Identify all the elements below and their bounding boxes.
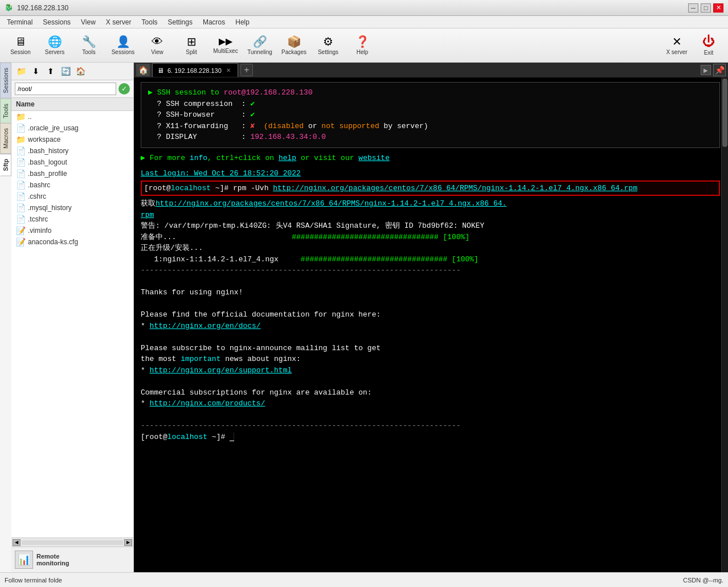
tab-scroll-right[interactable]: ▶ [701, 65, 711, 75]
title-bar: 🐉 192.168.228.130 ─ □ ✕ [0, 0, 728, 16]
status-right-text: CSDN @--mg. [683, 577, 723, 584]
tab-icon: 🖥 [157, 67, 164, 75]
file-item-cshrc[interactable]: 📄 .cshrc [11, 191, 133, 202]
follow-terminal-text: Follow terminal folde [5, 577, 62, 584]
path-input[interactable] [15, 83, 116, 95]
sidebar-tab-tools[interactable]: Tools [0, 98, 11, 124]
file-item-parent[interactable]: 📁 .. [11, 111, 133, 122]
close-button[interactable]: ✕ [713, 3, 723, 13]
toolbar-multiexec[interactable]: ▶▶ MultiExec [210, 31, 242, 60]
new-tab-btn[interactable]: + [240, 64, 253, 76]
menu-tools[interactable]: Tools [137, 17, 162, 27]
menu-help[interactable]: Help [231, 17, 254, 27]
sidebar-upload2-btn[interactable]: ⬆ [44, 65, 57, 77]
toolbar-settings[interactable]: ⚙ Settings [312, 31, 344, 60]
folder-icon: 📁 [16, 135, 26, 144]
command-highlight-box: [root@localhost ~]# rpm -Uvh http://ngin… [141, 180, 720, 196]
path-input-row: ✓ [11, 80, 133, 98]
scroll-right-btn[interactable]: ▶ [124, 539, 132, 546]
file-item-mysql-history[interactable]: 📄 .mysql_history [11, 202, 133, 214]
sidebar-refresh-btn[interactable]: 🔄 [59, 65, 72, 77]
toolbar-sessions[interactable]: 👤 Sessions [107, 31, 139, 60]
file-icon: 📄 [16, 203, 26, 212]
tab-bar: 🏠 🖥 6. 192.168.228.130 ✕ + ▶ 📌 [134, 63, 728, 77]
monitor-icon: 📊 [15, 551, 33, 569]
monitor-label: Remote [36, 553, 69, 560]
menu-view[interactable]: View [76, 17, 100, 27]
tab-scroll-controls: ▶ [701, 65, 711, 75]
path-confirm-button[interactable]: ✓ [118, 83, 130, 95]
terminal-scrollbar[interactable] [721, 77, 728, 572]
file-item-oracle[interactable]: 📄 .oracle_jre_usag [11, 122, 133, 134]
sidebar-main: 📁 ⬇ ⬆ 🔄 🏠 ✓ Name 📁 .. [11, 63, 133, 572]
scrollbar-thumb[interactable] [722, 79, 727, 147]
toolbar-view[interactable]: 👁 View [141, 31, 173, 60]
terminal-area: 🏠 🖥 6. 192.168.228.130 ✕ + ▶ 📌 ▶ SSH ses… [134, 63, 728, 572]
file-icon: 📄 [16, 158, 26, 167]
toolbar-tunneling[interactable]: 🔗 Tunneling [244, 31, 276, 60]
menu-settings[interactable]: Settings [163, 17, 197, 27]
toolbar-tools[interactable]: 🔧 Tools [73, 31, 105, 60]
file-item-viminfo[interactable]: 📝 .viminfo [11, 225, 133, 236]
sidebar-file-toolbar: 📁 ⬇ ⬆ 🔄 🏠 [11, 63, 133, 80]
toolbar-xserver[interactable]: ✕ X server [662, 31, 692, 60]
file-item-bashrc[interactable]: 📄 .bashrc [11, 179, 133, 191]
toolbar-packages[interactable]: 📦 Packages [278, 31, 310, 60]
monitor-label2: monitoring [36, 560, 69, 567]
status-bar: Follow terminal folde CSDN @--mg. [0, 572, 728, 587]
file-item-bash-history[interactable]: 📄 .bash_history [11, 145, 133, 157]
menu-macros[interactable]: Macros [198, 17, 230, 27]
file-icon: 📄 [16, 192, 26, 201]
minimize-button[interactable]: ─ [688, 3, 698, 13]
file-item-anaconda[interactable]: 📝 anaconda-ks.cfg [11, 236, 133, 248]
menu-bar: Terminal Sessions View X server Tools Se… [0, 16, 728, 28]
scroll-left-btn[interactable]: ◀ [13, 539, 21, 546]
sidebar: Sessions Tools Macros Sftp 📁 ⬇ ⬆ 🔄 🏠 ✓ N… [0, 63, 134, 572]
app-icon: 🐉 [5, 3, 14, 13]
terminal-tab-active[interactable]: 🖥 6. 192.168.228.130 ✕ [152, 63, 238, 77]
menu-xserver[interactable]: X server [101, 17, 136, 27]
file-tree-header: Name [11, 98, 133, 111]
terminal-output: 获取http://nginx.org/packages/centos/7/x86… [141, 198, 720, 432]
file-icon: 📄 [16, 146, 26, 155]
textfile-icon: 📝 [16, 226, 26, 235]
toolbar-servers[interactable]: 🌐 Servers [39, 31, 71, 60]
sidebar-tabs: Sessions Tools Macros Sftp [0, 63, 11, 572]
file-item-bash-profile[interactable]: 📄 .bash_profile [11, 168, 133, 179]
main-content: Sessions Tools Macros Sftp 📁 ⬇ ⬆ 🔄 🏠 ✓ N… [0, 63, 728, 572]
toolbar-exit[interactable]: ⏻ Exit [694, 31, 723, 60]
file-icon: 📄 [16, 180, 26, 190]
file-item-workspace[interactable]: 📁 workspace [11, 134, 133, 145]
toolbar-session[interactable]: 🖥 Session [5, 31, 36, 60]
sidebar-remote-monitoring[interactable]: 📊 Remote monitoring [11, 547, 133, 572]
horizontal-scrollbar[interactable]: ◀ ▶ [11, 537, 133, 547]
tab-close-btn[interactable]: ✕ [225, 67, 232, 74]
terminal-content[interactable]: ▶ SSH session to root@192.168.228.130 ? … [134, 77, 728, 572]
toolbar: 🖥 Session 🌐 Servers 🔧 Tools 👤 Sessions 👁… [0, 28, 728, 63]
file-item-tcshrc[interactable]: 📄 .tcshrc [11, 214, 133, 225]
tab-home-btn[interactable]: 🏠 [136, 64, 150, 76]
scroll-track [22, 540, 123, 545]
toolbar-help[interactable]: ❓ Help [346, 31, 378, 60]
sidebar-tab-macros[interactable]: Macros [0, 123, 11, 154]
last-login-line: Last login: Wed Oct 26 18:52:20 2022 [141, 168, 720, 179]
sidebar-tab-sessions[interactable]: Sessions [0, 63, 11, 98]
terminal-prompt[interactable]: [root@localhost ~]# █ [141, 432, 720, 443]
ssh-info-box: ▶ SSH session to root@192.168.228.130 ? … [141, 82, 720, 148]
tab-label: 6. 192.168.228.130 [167, 67, 222, 74]
toolbar-split[interactable]: ⊞ Split [175, 31, 207, 60]
sidebar-upload-btn[interactable]: 📁 [15, 65, 27, 77]
file-tree[interactable]: 📁 .. 📄 .oracle_jre_usag 📁 workspace 📄 .b… [11, 111, 133, 537]
maximize-button[interactable]: □ [701, 3, 711, 13]
menu-terminal[interactable]: Terminal [2, 17, 37, 27]
textfile-icon: 📝 [16, 237, 26, 247]
sidebar-tab-sftp[interactable]: Sftp [0, 154, 11, 176]
file-item-bash-logout[interactable]: 📄 .bash_logout [11, 157, 133, 168]
sidebar-download-btn[interactable]: ⬇ [30, 65, 42, 77]
tab-pin-btn[interactable]: 📌 [713, 64, 726, 76]
sidebar-home-btn[interactable]: 🏠 [74, 65, 87, 77]
menu-sessions[interactable]: Sessions [38, 17, 75, 27]
folder-up-icon: 📁 [16, 112, 26, 121]
file-icon: 📄 [16, 215, 26, 224]
file-icon: 📄 [16, 124, 26, 133]
